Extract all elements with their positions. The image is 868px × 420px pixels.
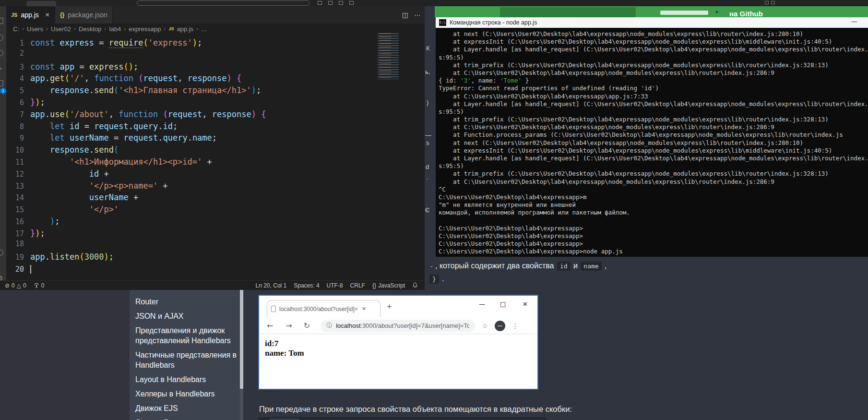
breadcrumb-item[interactable]: app.js bbox=[177, 25, 193, 33]
banner-button[interactable] bbox=[500, 7, 636, 17]
code-line[interactable]: 13 '</p><p>name=' + bbox=[6, 180, 425, 192]
occluded-text-fragment: ь, bbox=[425, 68, 430, 75]
eol-sequence[interactable]: CRLF bbox=[350, 282, 365, 289]
split-editor-icon[interactable]: ◫ bbox=[402, 11, 408, 19]
address-bar[interactable]: ⓘ localhost:3000/about?user[id]=7&user[n… bbox=[321, 320, 475, 332]
code-line[interactable]: 8 let id = request.query.id; bbox=[6, 120, 425, 132]
code-line[interactable]: 17}); bbox=[6, 228, 425, 240]
code-line[interactable]: 1const express = require('express'); bbox=[6, 37, 425, 49]
code-line[interactable]: 20 bbox=[6, 263, 425, 275]
chevron-right-icon[interactable]: › bbox=[124, 25, 126, 32]
code-line[interactable]: 6}); bbox=[6, 96, 425, 108]
source-control-icon[interactable] bbox=[0, 50, 3, 56]
code-line[interactable]: 11 '<h1>Информация</h1><p>id=' + bbox=[6, 156, 425, 168]
browser-tab-title: localhost:3000/about?user[id]=7 bbox=[279, 306, 358, 312]
account-icon[interactable] bbox=[0, 250, 3, 256]
chevron-right-icon[interactable]: › bbox=[105, 25, 107, 32]
banner-github-link[interactable]: на Github bbox=[729, 10, 763, 17]
info-icon[interactable]: ⓘ bbox=[326, 322, 332, 330]
chevron-right-icon[interactable]: › bbox=[22, 25, 24, 32]
breadcrumb-more[interactable]: … bbox=[201, 25, 207, 33]
sidebar-item[interactable]: Хелперы в Handlebars bbox=[135, 389, 238, 399]
extensions-icon[interactable] bbox=[0, 80, 3, 86]
forward-icon[interactable]: → bbox=[285, 321, 292, 330]
browser-menu-icon[interactable]: ⋮ bbox=[512, 322, 519, 330]
indentation[interactable]: Spaces: 4 bbox=[294, 282, 319, 289]
editor-tab-bar: JS app.js ✕ {} package.json bbox=[6, 6, 425, 24]
minimize-icon[interactable]: — bbox=[479, 300, 485, 308]
close-icon[interactable]: ✕ bbox=[45, 12, 50, 18]
breadcrumb-item[interactable]: Desktop bbox=[79, 25, 102, 33]
tab-label: app.js bbox=[21, 11, 38, 19]
line-number: 10 bbox=[6, 146, 30, 155]
terminal-output[interactable]: at next (C:\Users\User02\Desktop\lab4\ex… bbox=[436, 28, 868, 257]
sidebar-item[interactable]: Частичные представления в Handlebars bbox=[135, 350, 238, 370]
sidebar-item[interactable]: Движок EJS bbox=[135, 403, 238, 413]
vscode-window: ▷ 1 ⚙ JS app.js ✕ {} package.json ◫ ⋯ C:… bbox=[0, 6, 425, 290]
code-line[interactable]: 7app.use('/about', function (request, re… bbox=[6, 108, 425, 120]
browser-avatar[interactable] bbox=[495, 321, 505, 331]
ports-count: 0 bbox=[41, 282, 45, 289]
reload-icon[interactable]: ↻ bbox=[304, 321, 310, 330]
line-number: 19 bbox=[6, 253, 30, 262]
tab-app-js[interactable]: JS app.js ✕ bbox=[6, 6, 55, 24]
code-line[interactable]: 16 ); bbox=[6, 216, 425, 228]
code-editor[interactable]: 1const express = require('express');23co… bbox=[6, 34, 425, 277]
minimap[interactable] bbox=[378, 33, 399, 79]
browser-tab[interactable]: localhost:3000/about?user[id]=7 ✕ bbox=[267, 300, 380, 317]
breadcrumb-item[interactable]: Users bbox=[27, 25, 43, 33]
more-actions-icon[interactable]: ⋯ bbox=[414, 11, 421, 19]
encoding[interactable]: UTF-8 bbox=[327, 282, 343, 289]
chevron-right-icon[interactable]: › bbox=[74, 25, 76, 32]
close-icon[interactable]: ✕ bbox=[523, 300, 528, 308]
code-line[interactable]: 14 userName + bbox=[6, 192, 425, 204]
sidebar-item[interactable]: Layout в Handlebars bbox=[135, 374, 238, 384]
close-icon[interactable]: ✕ bbox=[362, 306, 366, 312]
chevron-right-icon[interactable]: › bbox=[46, 25, 48, 32]
sidebar-item[interactable]: JSON и AJAX bbox=[135, 311, 238, 321]
maximize-icon[interactable]: □ bbox=[500, 300, 506, 308]
new-tab-button[interactable]: + bbox=[387, 302, 392, 312]
back-icon[interactable]: ← bbox=[267, 321, 273, 330]
code-line[interactable]: 12 id + bbox=[6, 168, 425, 180]
breadcrumb-item[interactable]: User02 bbox=[51, 25, 71, 33]
code-line[interactable]: 15 '</p>' bbox=[6, 204, 425, 216]
code-line[interactable]: 10 response.send( bbox=[6, 144, 425, 156]
breadcrumb[interactable]: C:›Users›User02›Desktop›lab4›expressapp›… bbox=[6, 24, 425, 34]
notifications-bell-icon[interactable] bbox=[412, 282, 418, 288]
sidebar-item[interactable]: Представления и движок представлений Han… bbox=[135, 325, 238, 346]
problems-indicator[interactable]: ⊘ 0 △ 0 bbox=[5, 282, 26, 289]
response-id-line: id:7 bbox=[265, 339, 537, 348]
search-icon[interactable] bbox=[0, 35, 3, 41]
javascript-file-icon[interactable]: JS bbox=[168, 26, 174, 31]
run-debug-icon[interactable]: ▷ bbox=[0, 64, 2, 72]
terminal-line: at expressInit (C:\Users\User02\Desktop\… bbox=[439, 147, 868, 155]
terminal-line: "m" не является внутренней или внешней bbox=[439, 201, 868, 209]
chevron-right-icon[interactable]: › bbox=[196, 25, 198, 32]
code-line[interactable]: 19app.listen(3000); bbox=[6, 251, 425, 263]
ports-indicator[interactable]: 0 bbox=[34, 282, 45, 289]
explorer-icon[interactable] bbox=[0, 18, 3, 24]
language-mode[interactable]: {} JavaScript bbox=[372, 282, 405, 289]
cmd-title-bar[interactable]: C:\ Командная строка - node app.js — bbox=[436, 17, 868, 28]
breadcrumb-item[interactable]: lab4 bbox=[109, 25, 121, 33]
code-line[interactable]: 18 bbox=[6, 240, 425, 252]
line-number: 1 bbox=[6, 39, 30, 48]
code-line[interactable]: 9 let userName = request.query.name; bbox=[6, 132, 425, 144]
cursor-position[interactable]: Ln 20, Col 1 bbox=[256, 282, 287, 289]
bookmark-star-icon[interactable]: ☆ bbox=[482, 322, 488, 330]
minimize-icon[interactable]: — bbox=[851, 18, 857, 25]
code-line[interactable]: 5 response.send('<h1>Главная страница</h… bbox=[6, 84, 425, 96]
breadcrumb-item[interactable]: expressapp bbox=[129, 25, 161, 33]
activity-bar[interactable]: ▷ 1 ⚙ bbox=[0, 6, 6, 290]
tab-package-json[interactable]: {} package.json bbox=[55, 6, 113, 24]
sidebar-scrollbar-thumb[interactable] bbox=[240, 290, 243, 389]
breadcrumb-item[interactable]: C: bbox=[13, 25, 19, 33]
code-line[interactable]: 4app.get('/', function (request, respons… bbox=[6, 72, 425, 84]
sidebar-item[interactable]: Движок Pug bbox=[135, 418, 238, 420]
code-line[interactable]: 2 bbox=[6, 49, 425, 61]
sidebar-item[interactable]: Router bbox=[135, 297, 238, 307]
terminal-line: at Function.process_params (C:\Users\Use… bbox=[439, 131, 868, 139]
chevron-right-icon[interactable]: › bbox=[164, 25, 166, 32]
code-line[interactable]: 3const app = express(); bbox=[6, 61, 425, 73]
